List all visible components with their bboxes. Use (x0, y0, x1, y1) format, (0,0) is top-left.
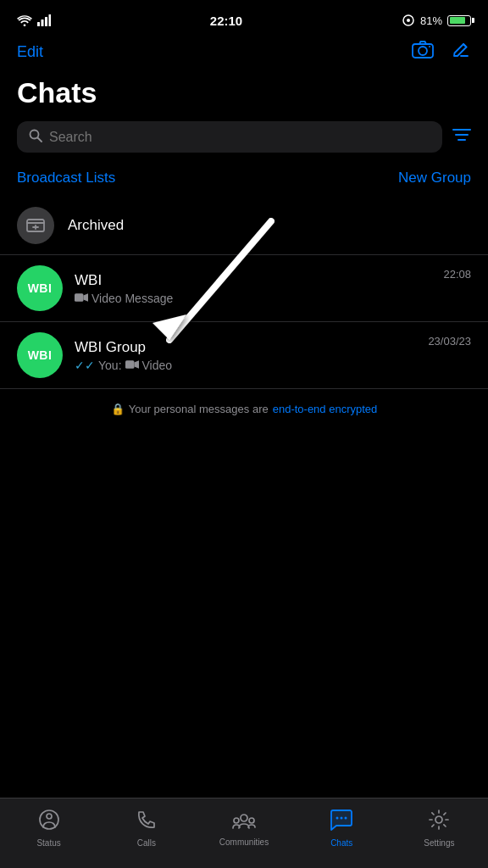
status-time: 22:10 (210, 14, 242, 28)
svg-point-23 (249, 818, 254, 823)
camera-button[interactable] (412, 40, 434, 64)
settings-icon (428, 809, 450, 836)
svg-rect-0 (37, 22, 40, 26)
tab-calls[interactable]: Calls (97, 798, 195, 851)
compose-button[interactable] (451, 39, 471, 64)
tab-chats[interactable]: Chats (293, 798, 391, 851)
video-cam-icon-group (125, 359, 139, 372)
page-title: Chats (0, 73, 488, 121)
chat-item-wbi[interactable]: WBI WBI Video Message 22:08 (0, 255, 488, 322)
tab-status[interactable]: Status (0, 798, 97, 851)
archived-icon (17, 207, 54, 244)
encryption-notice: 🔒 Your personal messages are end-to-end … (0, 389, 488, 429)
tab-bar: Status Calls Communities (0, 798, 488, 868)
archived-label: Archived (68, 217, 124, 234)
chat-preview-wbi-group: ✓✓ You: Video (75, 359, 416, 372)
svg-rect-3 (49, 14, 52, 26)
location-icon (402, 14, 415, 27)
calls-icon (136, 809, 158, 836)
preview-text-wbi: Video Message (92, 292, 173, 305)
chat-time-wbi-group: 23/03/23 (428, 335, 471, 348)
chat-list: WBI WBI Video Message 22:08 (0, 255, 488, 389)
svg-rect-1 (42, 19, 44, 26)
preview-you-label: You: (98, 359, 122, 372)
chat-name-wbi-group: WBI Group (75, 339, 416, 356)
battery-percent: 81% (420, 14, 442, 27)
svg-point-21 (241, 815, 247, 821)
search-input[interactable] (49, 130, 430, 145)
battery-icon (447, 15, 471, 26)
battery-fill (450, 17, 466, 24)
lock-icon: 🔒 (111, 403, 125, 415)
header: Edit (0, 37, 488, 73)
chat-name-wbi: WBI (75, 272, 431, 289)
filter-button[interactable] (452, 127, 471, 147)
wifi-icon (17, 14, 32, 26)
chat-item-wbi-group[interactable]: WBI WBI Group ✓✓ You: Video 23/03/23 (0, 322, 488, 389)
tab-settings-label: Settings (424, 838, 454, 848)
avatar-wbi: WBI (17, 265, 63, 311)
chat-info-wbi-group: WBI Group ✓✓ You: Video (75, 339, 416, 372)
search-icon (29, 129, 42, 145)
chat-time-wbi: 22:08 (443, 268, 471, 281)
tab-settings[interactable]: Settings (391, 798, 488, 851)
svg-point-25 (341, 817, 343, 820)
signal-icon (37, 14, 51, 26)
double-tick-icon: ✓✓ (75, 359, 95, 372)
svg-rect-15 (75, 293, 83, 302)
svg-point-5 (407, 19, 410, 22)
edit-button[interactable]: Edit (17, 43, 43, 61)
new-group-button[interactable]: New Group (398, 170, 471, 186)
encryption-text: Your personal messages are (129, 403, 269, 415)
status-left (17, 14, 51, 26)
search-bar[interactable] (17, 121, 442, 153)
tab-communities-label: Communities (219, 837, 269, 847)
svg-point-8 (429, 46, 430, 47)
status-right: 81% (402, 14, 471, 27)
avatar-wbi-group: WBI (17, 332, 63, 378)
svg-point-22 (234, 818, 239, 823)
chats-icon (330, 809, 353, 836)
preview-text-wbi-group: Video (142, 359, 173, 372)
chat-preview-wbi: Video Message (75, 292, 431, 305)
tab-chats-label: Chats (330, 838, 352, 848)
svg-point-20 (47, 814, 52, 819)
tab-status-label: Status (36, 838, 60, 848)
svg-point-26 (345, 817, 347, 820)
header-icons (412, 39, 471, 64)
svg-line-10 (38, 138, 42, 142)
search-container (0, 121, 488, 166)
archived-row[interactable]: Archived (0, 197, 488, 255)
chat-info-wbi: WBI Video Message (75, 272, 431, 305)
status-icon (38, 809, 60, 836)
communities-icon (232, 810, 256, 835)
svg-point-27 (435, 816, 442, 823)
broadcast-lists-button[interactable]: Broadcast Lists (17, 170, 115, 186)
tab-communities[interactable]: Communities (195, 798, 292, 851)
links-row: Broadcast Lists New Group (0, 166, 488, 197)
status-bar: 22:10 81% (0, 0, 488, 37)
svg-point-24 (336, 817, 339, 820)
svg-rect-18 (125, 360, 134, 369)
tab-calls-label: Calls (137, 838, 156, 848)
svg-rect-2 (45, 17, 47, 26)
svg-point-7 (419, 47, 427, 55)
encryption-link[interactable]: end-to-end encrypted (273, 403, 378, 415)
video-cam-icon (75, 292, 88, 305)
